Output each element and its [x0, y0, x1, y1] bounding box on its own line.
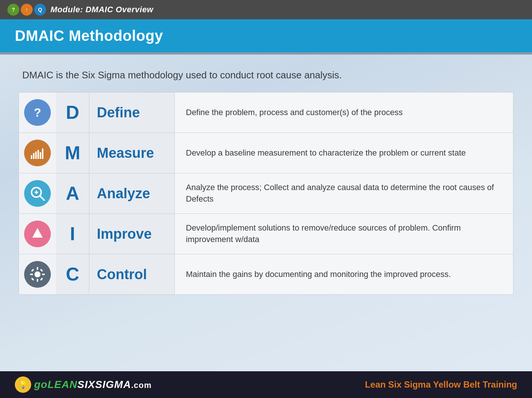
top-bar-title: Module: DMAIC Overview — [50, 5, 153, 14]
top-bar: ? ↑ Q Module: DMAIC Overview — [0, 0, 532, 19]
svg-rect-19 — [40, 278, 43, 281]
icon-cell-control — [19, 254, 56, 294]
table-row-analyze: A Analyze Analyze the process; Collect a… — [19, 173, 513, 214]
word-cell-measure: Measure — [89, 133, 175, 173]
improve-icon — [24, 221, 51, 247]
desc-cell-measure: Develop a baseline measurement to charac… — [175, 133, 513, 173]
letter-cell-measure: M — [56, 133, 89, 173]
svg-point-11 — [35, 271, 40, 277]
desc-cell-improve: Develop/implement solutions to remove/re… — [175, 214, 513, 254]
svg-rect-2 — [35, 151, 37, 159]
word-cell-analyze: Analyze — [89, 173, 175, 213]
svg-rect-17 — [40, 269, 43, 272]
control-icon — [24, 261, 51, 288]
icon-cell-define: ? — [19, 92, 56, 133]
improve-svg-icon — [29, 226, 46, 242]
svg-rect-18 — [31, 278, 34, 281]
intro-text: DMAIC is the Six Sigma methodology used … — [19, 69, 513, 81]
measure-icon — [24, 140, 51, 166]
letter-cell-analyze: A — [56, 173, 89, 213]
table-row-control: C Control Maintain the gains by document… — [19, 254, 513, 294]
svg-rect-15 — [42, 274, 45, 275]
word-cell-control: Control — [89, 254, 175, 294]
svg-rect-16 — [31, 269, 34, 272]
main-content: DMAIC is the Six Sigma methodology used … — [0, 55, 532, 371]
table-row-improve: I Improve Develop/implement solutions to… — [19, 214, 513, 254]
desc-cell-control: Maintain the gains by documenting and mo… — [175, 254, 513, 294]
footer-logo-text: goLEANSIXSIGMA.com — [34, 379, 152, 391]
top-icon-question: ? — [7, 4, 19, 16]
svg-rect-1 — [33, 153, 35, 159]
blue-header: DMAIC Methodology — [0, 19, 532, 52]
letter-cell-define: D — [56, 92, 89, 133]
top-icon-arrow: ↑ — [21, 4, 33, 16]
footer-right-text: Lean Six Sigma Yellow Belt Training — [365, 379, 517, 390]
word-cell-improve: Improve — [89, 214, 175, 254]
dmaic-table: ? D Define Define the problem, process a… — [19, 92, 513, 295]
top-icon-q: Q — [34, 4, 46, 16]
page-title: DMAIC Methodology — [15, 27, 163, 44]
desc-cell-define: Define the problem, process and customer… — [175, 92, 513, 133]
footer: 💡 goLEANSIXSIGMA.com Lean Six Sigma Yell… — [0, 371, 532, 398]
table-row-measure: M Measure Develop a baseline measurement… — [19, 133, 513, 173]
svg-rect-12 — [37, 267, 38, 270]
define-icon: ? — [24, 99, 51, 126]
page-wrapper: ? ↑ Q Module: DMAIC Overview DMAIC Metho… — [0, 0, 532, 398]
svg-line-7 — [40, 196, 44, 200]
control-svg-icon — [29, 266, 46, 283]
table-row-define: ? D Define Define the problem, process a… — [19, 92, 513, 133]
svg-marker-10 — [32, 228, 43, 238]
letter-cell-improve: I — [56, 214, 89, 254]
svg-rect-14 — [30, 274, 33, 275]
svg-rect-13 — [37, 279, 38, 282]
footer-logo-icon: 💡 — [15, 376, 31, 393]
svg-rect-0 — [31, 155, 32, 159]
top-bar-icons: ? ↑ Q — [7, 4, 46, 16]
word-cell-define: Define — [89, 92, 175, 133]
analyze-svg-icon — [29, 185, 46, 202]
desc-cell-analyze: Analyze the process; Collect and analyze… — [175, 173, 513, 213]
svg-rect-5 — [42, 149, 43, 159]
icon-cell-measure — [19, 133, 56, 173]
measure-svg-icon — [29, 145, 46, 161]
svg-rect-4 — [40, 152, 41, 159]
icon-cell-analyze — [19, 173, 56, 213]
svg-rect-3 — [37, 150, 39, 159]
analyze-icon — [24, 180, 51, 207]
letter-cell-control: C — [56, 254, 89, 294]
icon-cell-improve — [19, 214, 56, 254]
footer-logo: 💡 goLEANSIXSIGMA.com — [15, 376, 152, 393]
